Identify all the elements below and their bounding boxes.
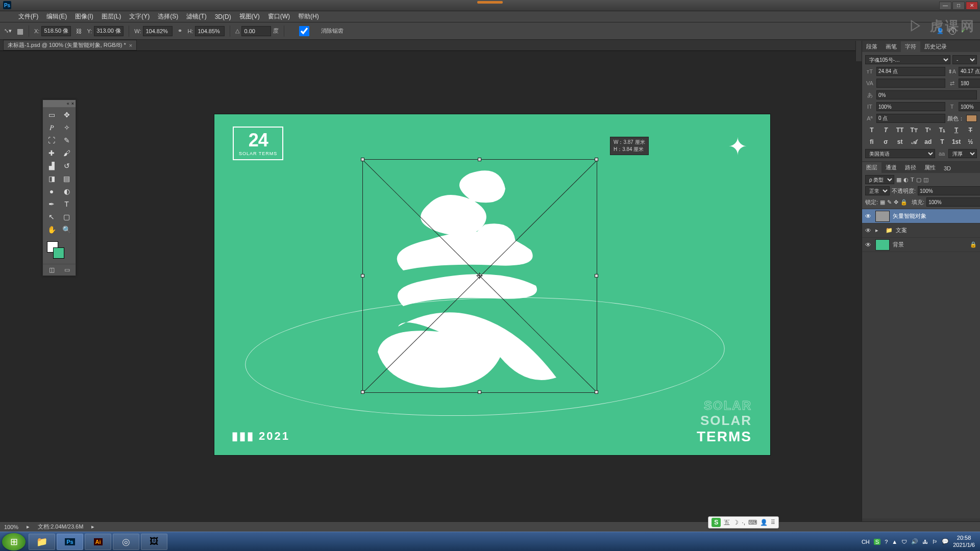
lock-position-icon[interactable]: ✥ xyxy=(894,199,898,206)
lock-pixels-icon[interactable]: ✎ xyxy=(887,199,892,206)
type-tool-icon[interactable]: T xyxy=(60,198,74,210)
hand-tool-icon[interactable]: ✋ xyxy=(44,223,59,236)
transform-center-point[interactable] xyxy=(477,273,482,278)
strike-button[interactable]: T xyxy=(964,127,977,134)
layer-thumbnail[interactable] xyxy=(875,211,890,222)
fi-button[interactable]: fi xyxy=(865,138,878,145)
eraser-tool-icon[interactable]: ◨ xyxy=(44,172,59,185)
status-arrow-icon[interactable]: ▸ xyxy=(27,523,30,530)
cancel-transform-button[interactable]: ＼ xyxy=(949,28,956,35)
folder-icon[interactable]: ▸ xyxy=(875,227,883,234)
antialias-checkbox[interactable] xyxy=(289,26,319,36)
transform-handle-mr[interactable] xyxy=(595,274,598,278)
st-button[interactable]: st xyxy=(893,138,906,145)
tab-3d[interactable]: 3D xyxy=(940,164,955,173)
text-color-swatch[interactable] xyxy=(966,115,977,122)
lock-all-icon[interactable]: 🔒 xyxy=(900,199,908,206)
sigma-button[interactable]: σ xyxy=(879,138,893,145)
allcaps-button[interactable]: TT xyxy=(893,127,906,134)
transform-handle-bl[interactable] xyxy=(361,390,364,394)
antialias-select[interactable]: 浑厚 xyxy=(948,149,977,158)
marquee-tool-icon[interactable]: ▭ xyxy=(44,109,59,121)
x-input[interactable] xyxy=(41,26,71,36)
layer-background[interactable]: 👁 背景 🔒 xyxy=(862,238,980,252)
underline-button[interactable]: T xyxy=(950,127,963,134)
move-tool-icon[interactable]: ✥ xyxy=(60,109,74,121)
close-tab-icon[interactable]: × xyxy=(129,42,132,48)
italic-button[interactable]: T xyxy=(879,127,893,134)
ime-mode[interactable]: 五 xyxy=(724,518,730,527)
vscale-input[interactable] xyxy=(876,102,945,111)
tray-sogou-icon[interactable]: S xyxy=(874,539,880,545)
magic-wand-tool-icon[interactable]: ✧ xyxy=(60,121,74,134)
menu-file[interactable]: 文件(F) xyxy=(15,11,41,22)
path-select-tool-icon[interactable]: ↖ xyxy=(44,211,59,223)
tray-clock[interactable]: 20:58 2021/1/6 xyxy=(953,535,975,548)
healing-brush-tool-icon[interactable]: ✚ xyxy=(44,147,59,159)
user-icon[interactable]: 👤 xyxy=(937,28,944,35)
ime-floating-bar[interactable]: S 五 ☽ ·, ⌨ 👤 ⠿ xyxy=(708,516,779,529)
toolbox-header[interactable]: «× xyxy=(43,100,76,107)
half-button[interactable]: ½ xyxy=(964,138,977,145)
menu-select[interactable]: 选择(S) xyxy=(155,11,181,22)
zoom-level[interactable]: 100% xyxy=(4,524,18,530)
menu-edit[interactable]: 编辑(E) xyxy=(43,11,70,22)
superscript-button[interactable]: T¹ xyxy=(922,127,935,134)
tab-channels[interactable]: 通道 xyxy=(881,162,901,173)
taskbar-explorer[interactable]: 📁 xyxy=(29,534,55,550)
tab-brush[interactable]: 画笔 xyxy=(881,41,901,52)
crop-tool-icon[interactable]: ⛶ xyxy=(44,134,59,146)
tray-flag-icon[interactable]: 🏳 xyxy=(932,539,938,545)
pen-tool-icon[interactable]: ✒ xyxy=(44,198,59,210)
y-input[interactable] xyxy=(94,26,124,36)
ime-moon-icon[interactable]: ☽ xyxy=(733,519,739,526)
transform-bounding-box[interactable] xyxy=(362,159,597,393)
fill-input[interactable] xyxy=(926,197,980,207)
transform-handle-bm[interactable] xyxy=(478,390,481,394)
menu-window[interactable]: 窗口(W) xyxy=(265,11,293,22)
quickmask-icon[interactable]: ◫ xyxy=(49,266,55,273)
menu-image[interactable]: 图像(I) xyxy=(72,11,96,22)
tray-lang[interactable]: CH xyxy=(862,539,870,545)
eyedropper-tool-icon[interactable]: ✎ xyxy=(60,134,74,146)
status-flyout-icon[interactable]: ▸ xyxy=(91,523,94,530)
smallcaps-button[interactable]: Tᴛ xyxy=(908,127,921,134)
taskbar-illustrator[interactable]: Ai xyxy=(85,534,111,550)
filter-shape-icon[interactable]: ▢ xyxy=(916,177,921,183)
taskbar-image-viewer[interactable]: 🖼 xyxy=(141,534,167,550)
close-button[interactable]: ✕ xyxy=(966,2,978,10)
tab-character[interactable]: 字符 xyxy=(901,41,920,52)
tray-up-icon[interactable]: ▲ xyxy=(892,539,897,545)
swash-button[interactable]: 𝒜 xyxy=(908,138,921,145)
brush-tool-icon[interactable]: 🖌 xyxy=(60,147,74,159)
visibility-toggle-icon[interactable]: 👁 xyxy=(865,213,872,220)
shape-tool-icon[interactable]: ▢ xyxy=(60,211,74,223)
panel-collapse-strip[interactable] xyxy=(855,41,862,61)
menu-view[interactable]: 视图(V) xyxy=(236,11,263,22)
transform-handle-ml[interactable] xyxy=(361,274,364,278)
tray-action-icon[interactable]: 💬 xyxy=(942,538,949,545)
tab-properties[interactable]: 属性 xyxy=(920,162,940,173)
font-style-select[interactable]: - xyxy=(952,55,977,64)
tab-paragraph[interactable]: 段落 xyxy=(862,41,881,52)
kerning-input[interactable] xyxy=(876,79,945,88)
screenmode-icon[interactable]: ▭ xyxy=(64,266,70,273)
opacity-input[interactable] xyxy=(918,186,980,195)
ime-keyboard-icon[interactable]: ⌨ xyxy=(748,519,757,526)
layer-smart-object[interactable]: 👁 矢量智能对象 xyxy=(862,209,980,223)
titling-button[interactable]: ad xyxy=(922,138,935,145)
transform-handle-tm[interactable] xyxy=(478,158,481,161)
link-wh-icon[interactable]: ⚭ xyxy=(178,28,182,34)
menu-type[interactable]: 文字(Y) xyxy=(126,11,153,22)
lock-transparency-icon[interactable]: ▦ xyxy=(880,199,885,206)
font-size-input[interactable] xyxy=(876,67,945,76)
taskbar-photoshop[interactable]: Ps xyxy=(57,534,83,550)
hscale-input[interactable] xyxy=(959,102,980,111)
tracking-input[interactable] xyxy=(959,79,980,88)
tray-volume-icon[interactable]: 🔊 xyxy=(911,538,918,545)
ime-menu-icon[interactable]: ⠿ xyxy=(771,519,775,526)
tray-network-icon[interactable]: 🖧 xyxy=(922,539,928,545)
h-input[interactable] xyxy=(195,26,225,36)
blur-tool-icon[interactable]: ● xyxy=(44,185,59,197)
visibility-toggle-icon[interactable]: 👁 xyxy=(865,241,872,248)
